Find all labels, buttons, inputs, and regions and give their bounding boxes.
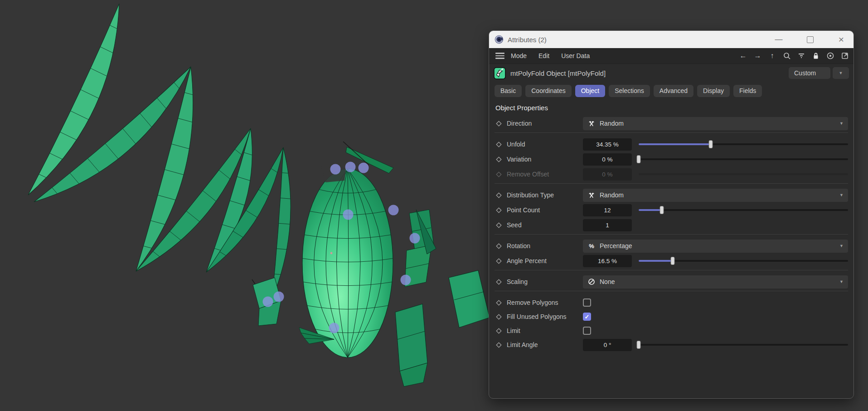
scaling-dropdown[interactable]: None ▼ (583, 275, 848, 289)
keyframe-diamond-icon[interactable] (496, 142, 502, 147)
tab-object[interactable]: Object (575, 85, 605, 97)
property-row-limit: Limit ✓ (495, 324, 848, 337)
rotation-dropdown[interactable]: % Percentage ▼ (583, 240, 848, 253)
maximize-button[interactable] (803, 33, 817, 46)
angle-percent-slider[interactable] (639, 256, 848, 265)
c4d-logo-icon (495, 35, 504, 44)
properties-body: Object Properties Direction Random ▼ (489, 99, 853, 398)
shuffle-random-icon (587, 119, 596, 127)
slider-knob[interactable] (709, 140, 713, 148)
tab-fields[interactable]: Fields (733, 85, 762, 97)
vertex-point (343, 210, 354, 220)
property-label: Seed (507, 221, 522, 229)
distribution-type-dropdown[interactable]: Random ▼ (583, 189, 848, 202)
preset-caret[interactable]: ▼ (833, 67, 849, 79)
menu-user-data[interactable]: User Data (561, 52, 590, 59)
slider-fill (639, 209, 662, 211)
property-label: Limit (507, 327, 520, 334)
direction-dropdown[interactable]: Random ▼ (583, 117, 848, 130)
remove-offset-slider (639, 170, 848, 179)
keyframe-diamond-icon[interactable] (496, 243, 502, 249)
direction-value: Random (600, 120, 624, 127)
filter-icon[interactable] (797, 52, 805, 60)
remove-polygons-checkbox[interactable]: ✓ (583, 298, 591, 307)
fill-unused-polygons-checkbox[interactable]: ✓ (583, 313, 591, 321)
slider-track[interactable] (639, 344, 848, 346)
limit-checkbox[interactable]: ✓ (583, 327, 591, 335)
history-back-icon[interactable]: ← (739, 52, 747, 60)
percent-icon: % (587, 242, 596, 250)
keyframe-diamond-icon[interactable] (496, 258, 502, 264)
property-row-unfold: Unfold 34.35 % (495, 138, 848, 151)
vertex-point (329, 323, 339, 333)
menu-mode[interactable]: Mode (511, 52, 527, 59)
parent-up-icon[interactable]: ↑ (768, 52, 776, 60)
keyframe-diamond-icon[interactable] (496, 222, 502, 228)
tab-advanced[interactable]: Advanced (654, 85, 693, 97)
property-row-limit-angle: Limit Angle 0 ° (495, 338, 848, 351)
unfold-value-input[interactable]: 34.35 % (583, 138, 632, 151)
slider-knob[interactable] (659, 206, 664, 214)
tab-basic[interactable]: Basic (495, 85, 522, 97)
tab-display[interactable]: Display (697, 85, 730, 97)
window-titlebar[interactable]: Attributes (2) — × (489, 31, 853, 48)
divider (495, 183, 848, 184)
keyframe-diamond-icon[interactable] (496, 314, 502, 320)
menu-edit[interactable]: Edit (538, 52, 549, 59)
keyframe-diamond-icon[interactable] (496, 192, 502, 198)
vertex-point (274, 292, 284, 302)
slider-fill (639, 143, 711, 145)
keyframe-diamond-icon[interactable] (496, 279, 502, 285)
preset-value[interactable]: Custom (789, 67, 830, 79)
limit-angle-value-input[interactable]: 0 ° (583, 339, 632, 351)
keyframe-diamond-icon[interactable] (496, 121, 502, 127)
folding-sphere (302, 151, 393, 357)
lock-icon[interactable] (811, 52, 820, 60)
variation-slider[interactable] (639, 155, 848, 164)
keyframe-diamond-icon[interactable] (496, 328, 502, 334)
slider-knob[interactable] (637, 341, 641, 349)
property-row-scaling: Scaling None ▼ (495, 275, 848, 288)
slider-fill (639, 260, 673, 262)
preset-dropdown[interactable]: Custom ▼ (789, 67, 849, 79)
vertex-point (330, 164, 341, 175)
slider-knob[interactable] (637, 155, 641, 163)
divider (495, 132, 848, 133)
slider-track[interactable] (639, 209, 848, 211)
slider-knob[interactable] (671, 257, 675, 265)
variation-value-input[interactable]: 0 % (583, 153, 632, 166)
point-count-slider[interactable] (639, 206, 848, 215)
slider-track[interactable] (639, 158, 848, 160)
limit-angle-slider[interactable] (639, 340, 848, 349)
property-label: Fill Unused Polygons (507, 313, 567, 320)
hamburger-icon[interactable] (495, 51, 504, 60)
open-external-icon[interactable] (840, 52, 849, 60)
keyframe-diamond-icon[interactable] (496, 300, 502, 306)
keyframe-diamond-icon[interactable] (496, 157, 502, 162)
unfold-slider[interactable] (639, 140, 848, 149)
keyframe-diamond-icon[interactable] (496, 207, 502, 213)
close-button[interactable]: × (834, 33, 848, 46)
seed-value-input[interactable]: 1 (583, 219, 632, 231)
none-prohibit-icon (587, 278, 596, 286)
record-target-icon[interactable] (826, 52, 834, 60)
panel-menubar: Mode Edit User Data ← → ↑ (489, 48, 853, 64)
minimize-button[interactable]: — (772, 33, 786, 46)
point-count-value-input[interactable]: 12 (583, 204, 632, 216)
angle-percent-value-input[interactable]: 16.5 % (583, 255, 632, 267)
property-row-remove-offset: Remove Offset 0 % (495, 168, 848, 181)
property-row-angle-percent: Angle Percent 16.5 % (495, 254, 848, 267)
keyframe-diamond-icon (496, 171, 502, 177)
vertex-point (401, 275, 411, 285)
tab-selections[interactable]: Selections (609, 85, 650, 97)
history-forward-icon[interactable]: → (753, 52, 762, 60)
tab-coordinates[interactable]: Coordinates (525, 85, 572, 97)
vertex-point (359, 163, 369, 173)
keyframe-diamond-icon[interactable] (496, 342, 502, 348)
property-label: Scaling (507, 278, 528, 285)
search-icon[interactable] (782, 52, 791, 60)
vertex-point (263, 297, 273, 307)
property-label: Unfold (507, 141, 525, 148)
shuffle-random-icon (587, 191, 596, 199)
property-row-distribution-type: Distribution Type Random ▼ (495, 189, 848, 201)
